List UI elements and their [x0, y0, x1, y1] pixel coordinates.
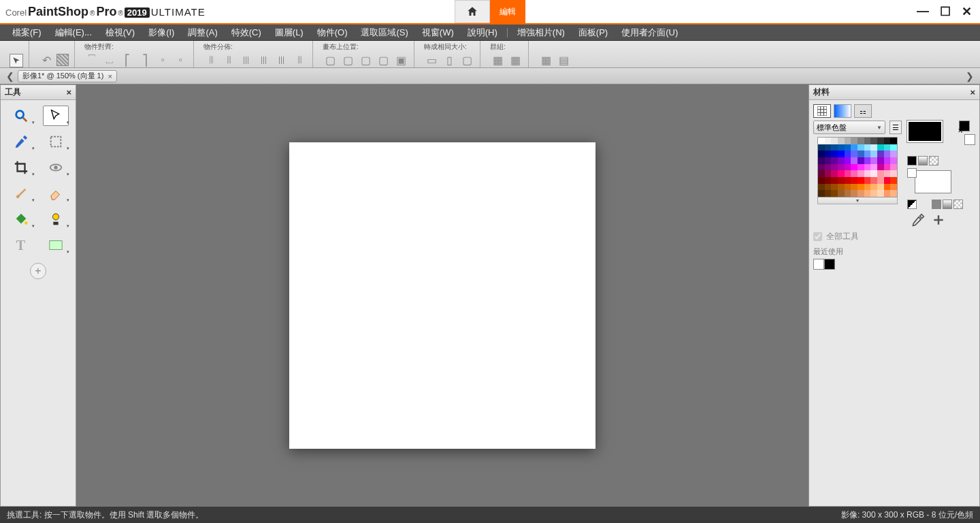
- color-swatch[interactable]: [831, 184, 838, 191]
- color-swatch[interactable]: [877, 170, 884, 177]
- pick-tool-preset[interactable]: [10, 54, 23, 67]
- color-swatch[interactable]: [845, 144, 851, 151]
- color-swatch[interactable]: [858, 184, 864, 191]
- color-swatch[interactable]: [877, 164, 884, 171]
- dist-center-h-icon[interactable]: ⫼: [274, 52, 289, 67]
- color-swatch[interactable]: [870, 184, 877, 191]
- color-swatch[interactable]: [851, 144, 858, 151]
- opt-extra-2-icon[interactable]: ▤: [556, 52, 571, 67]
- recent-color-swatch[interactable]: [824, 259, 835, 270]
- swatch-expand-button[interactable]: ▾: [817, 197, 898, 204]
- pos-2-icon[interactable]: ▢: [340, 52, 355, 67]
- color-swatch[interactable]: [858, 170, 864, 177]
- color-swatch[interactable]: [825, 177, 832, 184]
- color-swatch[interactable]: [838, 177, 845, 184]
- color-swatch[interactable]: [831, 144, 838, 151]
- foreground-material[interactable]: [907, 121, 943, 142]
- hsl-tab[interactable]: [834, 104, 851, 118]
- color-swatch[interactable]: [831, 150, 838, 157]
- menu-layers[interactable]: 圖層(L): [268, 25, 310, 40]
- opt-extra-1-icon[interactable]: ▦: [538, 52, 553, 67]
- color-swatch[interactable]: [858, 138, 864, 144]
- color-swatch[interactable]: [884, 138, 891, 144]
- align-right-icon[interactable]: ⎤: [137, 52, 152, 67]
- color-swatch[interactable]: [831, 164, 838, 171]
- menu-enhance-photo[interactable]: 增強相片(N): [510, 25, 572, 40]
- color-swatch[interactable]: [870, 177, 877, 184]
- color-swatch[interactable]: [825, 150, 832, 157]
- ungroup-icon[interactable]: ▦: [508, 52, 523, 67]
- background-solid-swatch[interactable]: [964, 134, 975, 145]
- color-swatch[interactable]: [825, 138, 832, 144]
- color-swatch[interactable]: [831, 177, 838, 184]
- group-icon[interactable]: ▦: [490, 52, 505, 67]
- color-swatch[interactable]: [818, 164, 825, 171]
- color-swatch[interactable]: [851, 138, 858, 144]
- color-swatch[interactable]: [851, 190, 858, 197]
- color-swatch[interactable]: [818, 177, 825, 184]
- color-swatch[interactable]: [831, 138, 838, 144]
- color-swatch[interactable]: [831, 170, 838, 177]
- fg-style-solid[interactable]: [907, 156, 917, 165]
- color-swatch[interactable]: [838, 170, 845, 177]
- color-swatch[interactable]: [877, 184, 884, 191]
- color-swatch[interactable]: [858, 177, 864, 184]
- color-swatch[interactable]: [890, 170, 897, 177]
- bg-style-gradient[interactable]: [943, 200, 952, 209]
- color-swatch[interactable]: [858, 157, 864, 164]
- undo-icon[interactable]: ↶: [39, 52, 54, 67]
- close-button[interactable]: ✕: [959, 4, 975, 19]
- color-swatch[interactable]: [884, 184, 891, 191]
- color-swatch[interactable]: [877, 190, 884, 197]
- menu-help[interactable]: 說明(H): [461, 25, 504, 40]
- color-swatch[interactable]: [864, 170, 871, 177]
- color-swatch[interactable]: [845, 170, 851, 177]
- palette-edit-button[interactable]: ☰: [889, 121, 902, 134]
- fg-style-gradient[interactable]: [918, 156, 928, 165]
- color-swatch[interactable]: [825, 184, 832, 191]
- menu-effects[interactable]: 特效(C): [225, 25, 268, 40]
- dist-bottom-icon[interactable]: ⫴: [221, 52, 236, 67]
- same-height-icon[interactable]: ▯: [442, 52, 457, 67]
- document-tab-close[interactable]: ×: [108, 72, 112, 80]
- color-picker-dropper[interactable]: [911, 213, 925, 227]
- menu-selections[interactable]: 選取區域(S): [354, 25, 414, 40]
- home-tab[interactable]: [455, 0, 490, 23]
- color-swatch[interactable]: [818, 144, 825, 151]
- color-swatch[interactable]: [825, 190, 832, 197]
- zoom-tool[interactable]: ▾: [8, 106, 34, 126]
- color-swatch[interactable]: [851, 177, 858, 184]
- color-swatch[interactable]: [870, 190, 877, 197]
- color-swatch[interactable]: [831, 157, 838, 164]
- eraser-tool[interactable]: ▾: [43, 183, 69, 204]
- align-top-icon[interactable]: ⎴: [84, 52, 99, 67]
- color-swatch[interactable]: [838, 190, 845, 197]
- maximize-button[interactable]: ☐: [937, 4, 953, 19]
- color-swatch[interactable]: [858, 190, 864, 197]
- color-swatch[interactable]: [877, 157, 884, 164]
- pos-4-icon[interactable]: ▢: [376, 52, 391, 67]
- color-swatch[interactable]: [825, 157, 832, 164]
- all-tools-checkbox[interactable]: [813, 232, 822, 241]
- color-swatch[interactable]: [851, 184, 858, 191]
- menu-file[interactable]: 檔案(F): [5, 25, 48, 40]
- color-swatch[interactable]: [845, 150, 851, 157]
- align-center-h-icon[interactable]: ◦: [173, 52, 188, 67]
- color-swatch[interactable]: [870, 164, 877, 171]
- align-left-icon[interactable]: ⎡: [120, 52, 135, 67]
- dist-center-v-icon[interactable]: ⫴: [292, 52, 307, 67]
- color-swatch[interactable]: [825, 144, 832, 151]
- align-center-v-icon[interactable]: ◦: [155, 52, 170, 67]
- color-swatch[interactable]: [858, 164, 864, 171]
- color-swatch[interactable]: [851, 150, 858, 157]
- bg-style-solid[interactable]: [932, 200, 941, 209]
- color-swatch[interactable]: [818, 138, 825, 144]
- color-swatch[interactable]: [818, 157, 825, 164]
- materials-panel-close[interactable]: ×: [970, 87, 975, 97]
- pos-3-icon[interactable]: ▢: [358, 52, 373, 67]
- color-swatch[interactable]: [864, 164, 871, 171]
- color-swatch[interactable]: [845, 184, 851, 191]
- fg-style-pattern[interactable]: [929, 156, 938, 165]
- menu-adjust[interactable]: 調整(A): [181, 25, 224, 40]
- color-swatch[interactable]: [858, 144, 864, 151]
